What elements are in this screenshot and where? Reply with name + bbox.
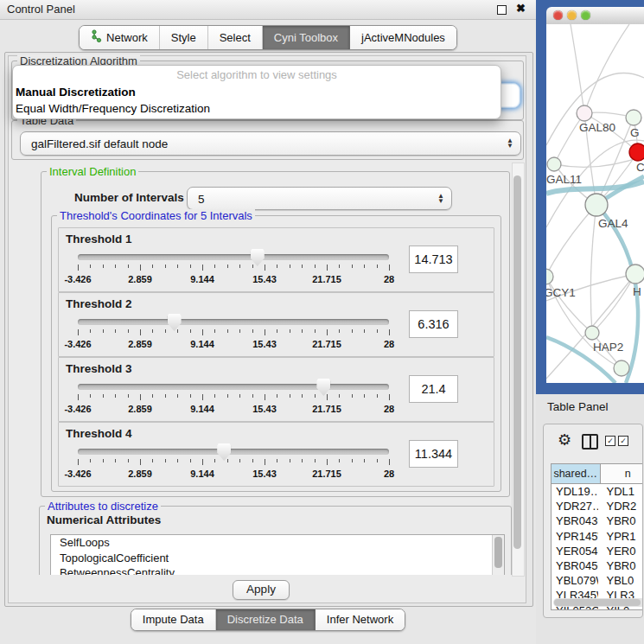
threshold-value-field[interactable]	[409, 245, 458, 273]
table-data-combo[interactable]: galFiltered.sif default node ▲ ▼	[20, 131, 521, 156]
scrollbar-thumb[interactable]	[513, 175, 521, 549]
float-window-icon[interactable]	[497, 5, 507, 15]
gear-icon[interactable]: ⚙	[558, 430, 571, 450]
network-node[interactable]	[626, 265, 644, 284]
slider-thumb[interactable]	[217, 443, 231, 461]
split-columns-icon[interactable]	[582, 434, 598, 450]
num-intervals-combo[interactable]: 5 ▲ ▼	[187, 187, 452, 210]
threshold-slider[interactable]: -3.4262.8599.14415.4321.71528	[78, 379, 389, 418]
tick-label: 15.43	[252, 404, 277, 414]
tick-mark	[128, 329, 129, 333]
table-row[interactable]: YER054CYER0	[552, 544, 643, 558]
slider-thumb[interactable]	[251, 249, 265, 266]
list-item[interactable]: BetweennessCentrality	[51, 565, 504, 575]
close-traffic-light[interactable]	[553, 10, 563, 20]
tick-mark	[239, 394, 240, 398]
tick-mark	[277, 265, 277, 268]
network-node[interactable]	[577, 105, 592, 121]
table-row[interactable]: YDR27…YDR2	[552, 499, 643, 513]
tick-mark	[277, 329, 277, 333]
column-header-name[interactable]: n	[601, 464, 643, 483]
tab-cyni-toolbox[interactable]: Cyni Toolbox	[263, 26, 350, 49]
tick-mark	[115, 459, 116, 462]
tab-select[interactable]: Select	[208, 26, 263, 49]
cell-name: YER0	[598, 544, 643, 558]
threshold-slider[interactable]: -3.4262.8599.14415.4321.71528	[78, 314, 389, 354]
network-canvas[interactable]: GAL80GGAL11GAL4GCY1HHAP2C	[546, 24, 644, 383]
tick-mark	[252, 329, 253, 333]
bottom-tab-control: Impute DataDiscretize DataInfer Network	[131, 609, 405, 631]
table-row[interactable]: YBR045CYBR0	[552, 558, 643, 573]
cell-shared-name: YBL079W	[552, 573, 598, 588]
tick-mark	[152, 459, 153, 462]
tab-label: Discretize Data	[227, 613, 303, 626]
tick-mark	[377, 329, 378, 333]
tick-mark	[103, 459, 104, 462]
checkbox-icon[interactable]: ✓	[618, 436, 628, 446]
threshold-slider[interactable]: -3.4262.8599.14415.4321.71528	[78, 249, 389, 289]
table-row[interactable]: YDL19…YDL1	[552, 484, 643, 499]
tab-style[interactable]: Style	[160, 26, 208, 49]
table-row[interactable]: YBL079WYBL0	[552, 573, 643, 588]
tick-mark	[152, 329, 153, 333]
tick-mark	[290, 265, 290, 268]
dropdown-option[interactable]: Manual Discretization	[13, 84, 501, 100]
tick-label: 28	[384, 339, 394, 349]
tab-discretize-data[interactable]: Discretize Data	[216, 609, 316, 630]
network-view-window: GAL80GGAL11GAL4GCY1HHAP2C	[536, 0, 644, 394]
network-node[interactable]	[585, 326, 599, 340]
tick-mark	[90, 265, 91, 268]
dropdown-option[interactable]: Equal Width/Frequency Discretization	[13, 100, 501, 117]
tick-mark	[177, 394, 178, 398]
network-node[interactable]	[629, 143, 644, 161]
stepper-down-icon: ▼	[507, 143, 513, 149]
tab-impute-data[interactable]: Impute Data	[131, 609, 216, 630]
table-row[interactable]: YPR145WYPR1	[552, 529, 643, 544]
zoom-traffic-light[interactable]	[581, 10, 590, 20]
table-hscrollbar[interactable]	[553, 598, 643, 607]
threshold-value-field[interactable]	[409, 310, 458, 338]
close-icon[interactable]: ✖	[516, 2, 526, 15]
scrollbar-thumb[interactable]	[494, 537, 502, 568]
tab-jactivemnodules[interactable]: jActiveMNodules	[350, 26, 456, 49]
checkbox-icon[interactable]: ✓	[605, 436, 615, 446]
network-node[interactable]	[546, 269, 553, 284]
cell-name: YBR0	[598, 513, 643, 528]
tick-mark	[227, 329, 228, 333]
threshold-value-field[interactable]	[409, 440, 458, 468]
list-item[interactable]: SelfLoops	[51, 535, 504, 551]
threshold-slider[interactable]: -3.4262.8599.14415.4321.71528	[78, 443, 389, 483]
stepper-down-icon: ▼	[437, 199, 444, 204]
apply-button[interactable]: Apply	[233, 580, 290, 600]
tab-infer-network[interactable]: Infer Network	[316, 609, 405, 630]
list-scrollbar[interactable]	[492, 535, 504, 575]
column-header-shared-name[interactable]: shared…	[552, 464, 601, 483]
network-node[interactable]	[614, 360, 629, 376]
network-node[interactable]	[626, 110, 641, 125]
network-node[interactable]	[547, 157, 561, 171]
numerical-attributes-list[interactable]: SelfLoopsTopologicalCoefficientBetweenne…	[50, 534, 505, 575]
tab-label: jActiveMNodules	[361, 31, 445, 44]
tick-label: 2.859	[128, 274, 152, 284]
settings-scrollbar[interactable]	[512, 163, 525, 577]
slider-thumb[interactable]	[316, 379, 330, 396]
threshold-value-field[interactable]	[409, 375, 458, 403]
slider-thumb[interactable]	[168, 314, 182, 331]
tab-network[interactable]: Network	[80, 26, 160, 49]
group-title: Attributes to discretize	[45, 500, 161, 513]
tick-mark	[227, 265, 228, 268]
scrollbar-thumb[interactable]	[554, 599, 641, 606]
node-table[interactable]: shared… n YDL19…YDL1YDR27…YDR2YBR043CYBR…	[551, 463, 643, 610]
tick-mark	[377, 394, 378, 398]
tick-mark	[290, 459, 290, 462]
minimize-traffic-light[interactable]	[567, 10, 577, 20]
network-window-titlebar	[546, 7, 644, 25]
tick-mark	[339, 394, 340, 398]
network-node[interactable]	[585, 194, 608, 216]
network-icon	[91, 29, 102, 45]
tick-mark	[227, 459, 228, 462]
tick-label: 9.144	[190, 339, 214, 349]
table-row[interactable]: YBR043CYBR0	[552, 513, 643, 528]
tick-label: -3.426	[64, 469, 91, 479]
list-item[interactable]: TopologicalCoefficient	[51, 551, 504, 566]
